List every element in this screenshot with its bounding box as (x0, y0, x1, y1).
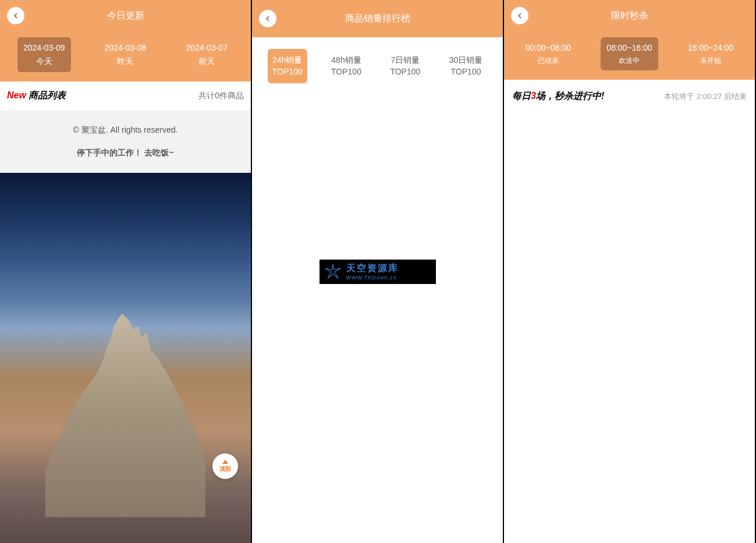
panel-flash-sale: 限时秒杀 00:00~08:00 已结束 08:00~16:00 欢送中 16:… (504, 0, 756, 543)
watermark-en: WWW.TKDown.cn (346, 275, 431, 281)
rank-tab-line1: 48h销量 (331, 55, 361, 66)
header-top: 商品销量排行榜 (252, 0, 503, 37)
panel-today-update: 今日更新 2024-03-09 今天 2024-03-08 昨天 2024-03… (0, 0, 252, 543)
date-tabs: 2024-03-09 今天 2024-03-08 昨天 2024-03-07 前… (0, 31, 251, 81)
rank-tab-48h[interactable]: 48h销量 TOP100 (326, 49, 366, 83)
rank-tab-line2: TOP100 (331, 66, 361, 78)
back-button[interactable] (259, 10, 276, 27)
time-tab-1[interactable]: 08:00~16:00 欢送中 (601, 37, 658, 70)
header-top: 限时秒杀 (504, 0, 755, 31)
rank-tab-24h[interactable]: 24h销量 TOP100 (268, 49, 307, 83)
rank-tab-line1: 30日销量 (449, 55, 483, 66)
date-tab-date: 2024-03-07 (186, 42, 228, 54)
panel-ranking: 商品销量排行榜 24h销量 TOP100 48h销量 TOP100 7日销量 T… (252, 0, 504, 543)
header-top: 今日更新 (0, 0, 251, 31)
header: 商品销量排行榜 (252, 0, 503, 37)
time-tab-status: 欢送中 (606, 55, 652, 66)
date-tab-today[interactable]: 2024-03-09 今天 (17, 37, 71, 72)
footer: © 聚宝盆. All rights reserved. 停下手中的工作！ 去吃饭… (0, 110, 251, 173)
time-tab-time: 16:00~24:00 (688, 42, 733, 54)
date-tab-label: 前天 (186, 55, 228, 68)
rank-tab-line1: 24h销量 (272, 55, 303, 66)
date-tab-date: 2024-03-09 (23, 42, 65, 54)
fab-label: 顶部 (219, 465, 231, 473)
arrow-left-icon (515, 11, 524, 20)
time-tab-time: 08:00~16:00 (606, 42, 652, 54)
rank-tab-30d[interactable]: 30日销量 TOP100 (445, 49, 488, 83)
star-icon (324, 263, 342, 281)
date-tab-label: 昨天 (105, 55, 147, 68)
date-tab-yesterday[interactable]: 2024-03-08 昨天 (99, 37, 152, 72)
list-header: New商品列表 共计0件商品 (0, 81, 251, 110)
watermark-logo: 天空资源库 WWW.TKDown.cn (320, 260, 436, 284)
list-title-wrap: New商品列表 (7, 90, 66, 102)
arrow-left-icon (11, 11, 20, 20)
ranking-tabs: 24h销量 TOP100 48h销量 TOP100 7日销量 TOP100 30… (252, 37, 503, 95)
copyright-text: © 聚宝盆. All rights reserved. (6, 123, 245, 137)
flash-suffix: 场，秒杀进行中! (536, 91, 604, 101)
flash-prefix: 每日 (512, 91, 531, 101)
footer-message: 停下手中的工作！ 去吃饭~ (6, 145, 245, 160)
new-badge: New (7, 90, 26, 100)
scroll-top-button[interactable]: 顶部 (212, 453, 238, 479)
flash-title: 每日3场，秒杀进行中! (512, 90, 604, 102)
time-tab-status: 已结束 (526, 55, 571, 66)
item-count: 共计0件商品 (198, 91, 244, 101)
rank-tab-line2: TOP100 (272, 66, 303, 78)
time-tab-time: 00:00~08:00 (526, 42, 571, 54)
rank-tab-7d[interactable]: 7日销量 TOP100 (385, 49, 425, 83)
rock-formation (45, 314, 206, 517)
page-title: 今日更新 (107, 10, 144, 22)
rank-tab-line2: TOP100 (390, 66, 420, 78)
countdown-timer: 本轮将于 2:00:27 后结束 (664, 91, 747, 102)
date-tab-daybefore[interactable]: 2024-03-07 前天 (180, 37, 233, 72)
back-button[interactable] (7, 7, 24, 24)
background-image: 顶部 (0, 173, 251, 543)
header: 今日更新 2024-03-09 今天 2024-03-08 昨天 2024-03… (0, 0, 251, 81)
page-title: 限时秒杀 (611, 10, 648, 22)
arrow-up-icon (222, 460, 228, 464)
rank-tab-line2: TOP100 (449, 66, 483, 78)
flash-header: 每日3场，秒杀进行中! 本轮将于 2:00:27 后结束 (504, 80, 755, 113)
page-title: 商品销量排行榜 (345, 13, 410, 25)
arrow-left-icon (263, 14, 272, 23)
date-tab-date: 2024-03-08 (105, 42, 147, 54)
time-tab-0[interactable]: 00:00~08:00 已结束 (520, 37, 577, 70)
watermark-text: 天空资源库 WWW.TKDown.cn (346, 262, 431, 281)
time-tabs: 00:00~08:00 已结束 08:00~16:00 欢送中 16:00~24… (504, 31, 755, 80)
flash-number: 3 (531, 91, 536, 101)
watermark-cn: 天空资源库 (346, 262, 431, 275)
rank-tab-line1: 7日销量 (390, 55, 420, 66)
time-tab-status: 未开始 (688, 55, 733, 66)
back-button[interactable] (511, 7, 528, 24)
date-tab-label: 今天 (23, 55, 65, 68)
header: 限时秒杀 00:00~08:00 已结束 08:00~16:00 欢送中 16:… (504, 0, 755, 80)
time-tab-2[interactable]: 16:00~24:00 未开始 (682, 37, 739, 70)
list-title: 商品列表 (29, 90, 66, 100)
